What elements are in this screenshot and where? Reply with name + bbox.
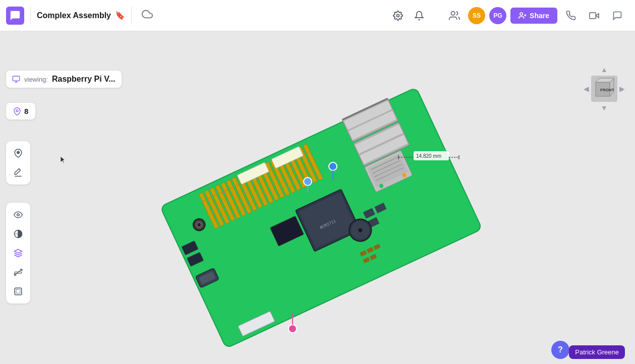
help-button[interactable]: ? <box>551 341 569 359</box>
svg-point-114 <box>304 177 312 186</box>
logo-icon <box>10 10 21 21</box>
add-annotation-button[interactable] <box>9 144 27 162</box>
header-tools <box>380 6 437 25</box>
annotation-count: 8 <box>24 107 28 115</box>
cube-up-button[interactable]: ▲ <box>601 66 608 74</box>
settings-button[interactable] <box>388 6 408 25</box>
cloud-sync-icon[interactable] <box>142 9 153 22</box>
svg-rect-25 <box>15 288 22 295</box>
notifications-button[interactable] <box>410 6 429 25</box>
header: Complex Assembly 🔖 SS PG <box>0 0 635 31</box>
viewing-badge: viewing: Raspberry Pi V... <box>6 71 122 88</box>
header-divider <box>30 7 31 25</box>
cube-container: ◀ FRONT ▶ <box>584 76 625 102</box>
help-label: ? <box>558 345 563 354</box>
viewing-name: Raspberry Pi V... <box>52 75 116 84</box>
svg-rect-6 <box>590 13 596 19</box>
bookmark-icon[interactable]: 🔖 <box>115 11 125 20</box>
svg-marker-14 <box>15 169 20 174</box>
svg-point-2 <box>520 13 523 15</box>
viewing-badge-icon <box>12 75 20 83</box>
header-left: Complex Assembly 🔖 <box>0 7 380 25</box>
svg-point-116 <box>288 325 297 333</box>
svg-line-19 <box>15 269 22 275</box>
app-logo[interactable] <box>6 7 24 25</box>
share-label: Share <box>530 12 549 20</box>
pcb-board: BCM2711 <box>151 87 504 354</box>
svg-marker-18 <box>15 250 22 254</box>
cube-svg: FRONT <box>592 76 617 101</box>
chat-button[interactable] <box>608 6 627 25</box>
user-tooltip: Patrick Greene <box>569 345 625 359</box>
avatar-ss[interactable]: SS <box>468 7 485 24</box>
svg-rect-7 <box>13 76 19 81</box>
svg-point-112 <box>329 162 337 170</box>
annotation-icon <box>13 107 21 115</box>
left-toolbar-view <box>6 203 30 304</box>
measurement-text: 14.820 mm <box>416 153 441 159</box>
phone-button[interactable] <box>561 6 581 25</box>
svg-marker-5 <box>596 13 599 17</box>
avatar-pg[interactable]: PG <box>489 7 506 24</box>
svg-point-0 <box>397 14 399 17</box>
header-divider-2 <box>131 7 132 25</box>
cube-down-button[interactable]: ▼ <box>601 104 608 112</box>
measure-button[interactable] <box>9 263 27 281</box>
cursor <box>61 156 66 163</box>
document-title: Complex Assembly <box>37 11 111 20</box>
svg-point-16 <box>17 214 20 216</box>
viewport[interactable]: viewing: Raspberry Pi V... 8 <box>0 31 635 364</box>
contrast-button[interactable] <box>9 225 27 243</box>
svg-point-10 <box>16 109 18 111</box>
viewing-prefix: viewing: <box>24 76 48 83</box>
svg-rect-26 <box>16 289 20 293</box>
visibility-button[interactable] <box>9 206 27 224</box>
left-toolbar-annotations <box>6 141 30 185</box>
svg-point-1 <box>451 11 455 15</box>
svg-text:FRONT: FRONT <box>600 88 614 92</box>
header-right: SS PG Share <box>437 6 635 25</box>
cube-left-button[interactable]: ◀ <box>584 85 589 93</box>
cube-front-face[interactable]: FRONT <box>591 76 617 102</box>
isolate-button[interactable] <box>9 282 27 300</box>
viewport-cube[interactable]: ▲ ◀ FRONT ▶ ▼ <box>584 66 625 112</box>
share-button[interactable]: Share <box>510 8 557 24</box>
explode-button[interactable] <box>9 244 27 262</box>
cube-right-button[interactable]: ▶ <box>619 85 625 93</box>
edit-annotation-button[interactable] <box>9 163 27 181</box>
annotations-count[interactable]: 8 <box>6 103 35 119</box>
video-button[interactable] <box>585 6 604 25</box>
user-tooltip-name: Patrick Greene <box>575 348 619 356</box>
people-button[interactable] <box>445 6 464 25</box>
pcb-svg: BCM2711 <box>151 87 504 354</box>
